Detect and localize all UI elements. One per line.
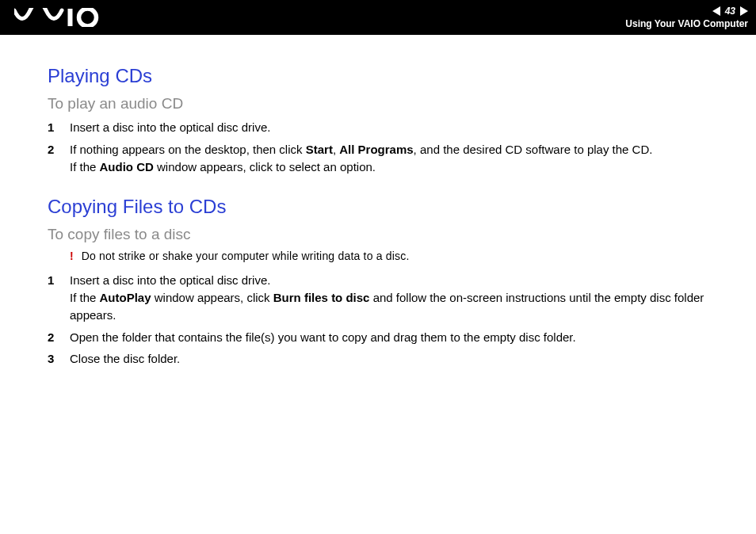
header-bar: 43 Using Your VAIO Computer (0, 0, 756, 35)
svg-point-1 (79, 9, 97, 26)
step-text: Close the disc folder. (70, 350, 732, 368)
step-text: Open the folder that contains the file(s… (70, 329, 732, 346)
header-right: 43 Using Your VAIO Computer (625, 6, 748, 29)
vaio-logo (14, 8, 101, 27)
header-section-title: Using Your VAIO Computer (625, 18, 748, 29)
steps-play-cd: 1 Insert a disc into the optical disc dr… (48, 119, 732, 175)
subheading-copy-files: To copy files to a disc (48, 226, 732, 243)
steps-copy-files: 1 Insert a disc into the optical disc dr… (48, 272, 732, 368)
page-number: 43 (725, 6, 735, 17)
heading-playing-cds: Playing CDs (48, 65, 732, 87)
pager: 43 (712, 6, 748, 17)
step-item: 2 Open the folder that contains the file… (48, 329, 732, 346)
step-number: 2 (48, 141, 59, 176)
step-text: Insert a disc into the optical disc driv… (70, 119, 732, 136)
next-page-icon[interactable] (740, 6, 748, 16)
warning-text: Do not strike or shake your computer whi… (82, 250, 410, 262)
step-number: 1 (48, 119, 59, 136)
heading-copying-files: Copying Files to CDs (48, 196, 732, 218)
step-item: 1 Insert a disc into the optical disc dr… (48, 119, 732, 136)
warning-icon: ! (70, 250, 74, 262)
page-content: Playing CDs To play an audio CD 1 Insert… (0, 35, 756, 388)
warning-note: ! Do not strike or shake your computer w… (70, 250, 732, 262)
step-text: Insert a disc into the optical disc driv… (70, 272, 732, 323)
step-number: 1 (48, 272, 59, 323)
step-text: If nothing appears on the desktop, then … (70, 141, 732, 176)
step-number: 2 (48, 329, 59, 346)
svg-rect-0 (68, 9, 73, 26)
step-number: 3 (48, 350, 59, 368)
step-item: 3 Close the disc folder. (48, 350, 732, 368)
step-item: 2 If nothing appears on the desktop, the… (48, 141, 732, 176)
vaio-logo-icon (14, 8, 101, 27)
prev-page-icon[interactable] (712, 6, 720, 16)
step-item: 1 Insert a disc into the optical disc dr… (48, 272, 732, 323)
subheading-play-audio-cd: To play an audio CD (48, 95, 732, 113)
